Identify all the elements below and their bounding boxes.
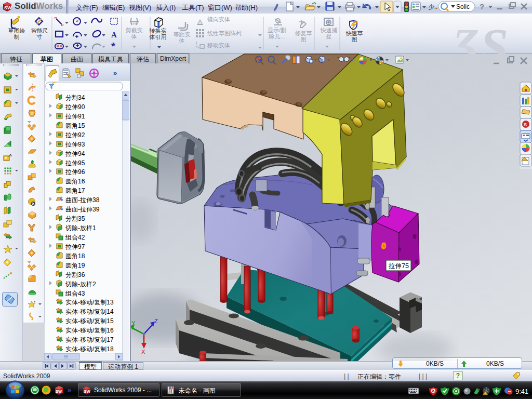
svg-text:Y: Y xyxy=(131,320,136,326)
svg-text:S: S xyxy=(524,122,527,127)
svg-text:拉伸75: 拉伸75 xyxy=(388,262,409,270)
svg-text:Z: Z xyxy=(154,318,158,324)
svg-text:X: X xyxy=(141,349,145,355)
